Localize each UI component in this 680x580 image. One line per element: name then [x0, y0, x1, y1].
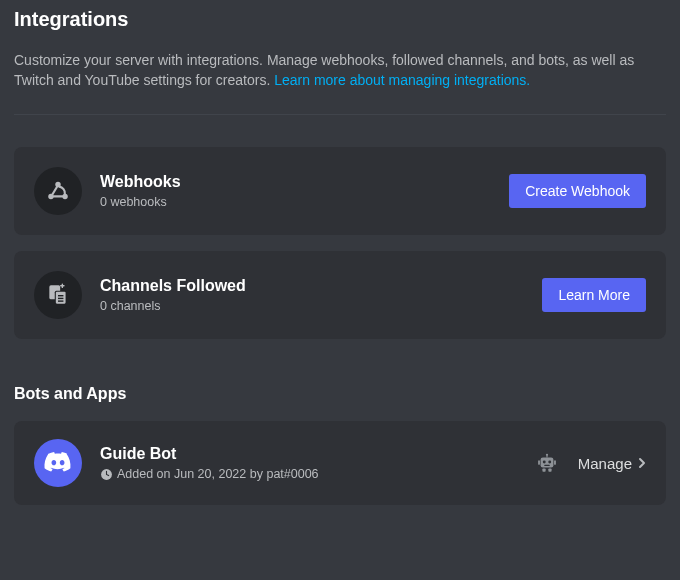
- svg-point-13: [543, 461, 546, 464]
- svg-rect-19: [548, 469, 551, 472]
- svg-rect-11: [546, 455, 547, 458]
- svg-rect-16: [538, 460, 540, 465]
- webhooks-title: Webhooks: [100, 173, 509, 191]
- chevron-right-icon: [638, 457, 646, 469]
- bots-apps-section-title: Bots and Apps: [14, 385, 666, 403]
- svg-rect-5: [56, 292, 66, 304]
- svg-rect-18: [542, 469, 545, 472]
- channels-count: 0 channels: [100, 299, 542, 313]
- svg-rect-7: [58, 298, 63, 299]
- bot-added-text: Added on Jun 20, 2022 by pat#0006: [117, 467, 319, 481]
- bot-card: Guide Bot Added on Jun 20, 2022 by pat#0…: [14, 421, 666, 505]
- channels-learn-more-button[interactable]: Learn More: [542, 278, 646, 312]
- bot-avatar: [34, 439, 82, 487]
- manage-bot-button[interactable]: Manage: [578, 455, 646, 472]
- svg-rect-8: [58, 301, 63, 302]
- learn-more-link[interactable]: Learn more about managing integrations.: [274, 72, 530, 88]
- bot-badge-icon: [536, 452, 558, 474]
- svg-rect-15: [544, 465, 550, 466]
- webhook-icon: [34, 167, 82, 215]
- divider: [14, 114, 666, 115]
- svg-point-14: [548, 461, 551, 464]
- page-title: Integrations: [14, 8, 666, 31]
- webhooks-card: Webhooks 0 webhooks Create Webhook: [14, 147, 666, 235]
- svg-rect-12: [540, 458, 553, 468]
- create-webhook-button[interactable]: Create Webhook: [509, 174, 646, 208]
- manage-label: Manage: [578, 455, 632, 472]
- channels-followed-icon: [34, 271, 82, 319]
- svg-rect-17: [554, 460, 556, 465]
- svg-rect-6: [58, 295, 63, 296]
- channels-followed-card: Channels Followed 0 channels Learn More: [14, 251, 666, 339]
- bot-name: Guide Bot: [100, 445, 536, 463]
- integrations-description: Customize your server with integrations.…: [14, 51, 666, 90]
- clock-icon: [100, 468, 113, 481]
- channels-followed-title: Channels Followed: [100, 277, 542, 295]
- webhooks-count: 0 webhooks: [100, 195, 509, 209]
